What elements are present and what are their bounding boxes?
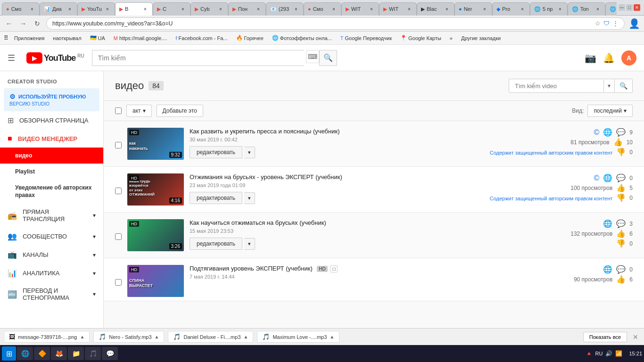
edit-button-2[interactable]: редактировать: [190, 192, 242, 204]
video-search-button[interactable]: 🔍: [614, 79, 632, 92]
video-2-checkbox[interactable]: [115, 188, 122, 194]
bookmark-naootkryval[interactable]: наоткрывал: [50, 34, 84, 42]
tab-16[interactable]: 🌐Под×: [605, 2, 617, 16]
tab-8[interactable]: 📧(293×: [266, 2, 304, 16]
tab-11[interactable]: ▶WIT×: [379, 2, 417, 16]
download-arrow-2[interactable]: ▲: [155, 334, 159, 339]
tab-10[interactable]: ▶WIT×: [341, 2, 379, 16]
tab-14[interactable]: ◆Pro×: [492, 2, 530, 16]
avatar-header-icon[interactable]: 👤: [628, 18, 640, 29]
close-button[interactable]: ✕: [634, 4, 640, 11]
bookmark-ua[interactable]: 🇺🇦 UA: [87, 34, 108, 42]
tab-2[interactable]: 📊Диа×: [40, 2, 77, 16]
show-all-button[interactable]: Показать все: [583, 332, 627, 342]
sidebar-item-playlist[interactable]: Playlist: [0, 164, 103, 180]
video-duration: 3:26: [169, 243, 182, 249]
edit-button-3[interactable]: редактировать: [190, 238, 242, 250]
video-count-badge: 84: [149, 81, 164, 90]
tab-ton[interactable]: 🌐Ton×: [568, 2, 605, 16]
bookmark-gmail[interactable]: M https://mail.google....: [111, 34, 170, 42]
search-button[interactable]: 🔍: [319, 50, 337, 66]
sidebar-item-channels[interactable]: 📺 КАНАЛЫ ▾: [0, 246, 103, 264]
minimize-button[interactable]: —: [619, 4, 625, 11]
video-1-thumbnail[interactable]: какнакачать HD 9:32: [127, 128, 184, 160]
sidebar-item-video-manager[interactable]: ■ ВИДЕО МЕНЕДЖЕР: [0, 130, 103, 148]
video-2-thumbnail[interactable]: ваша грудьвзорвётсяот этихОТЖИМАНИЙ HD 4…: [127, 173, 184, 206]
refresh-button[interactable]: ↻: [32, 18, 42, 29]
bookmark-photo[interactable]: 🌐 Фотоэффекты онла...: [269, 34, 335, 42]
bookmark-other[interactable]: Другие закладки: [458, 34, 504, 42]
sidebar-item-community[interactable]: 👥 СООБЩЕСТВО ▾: [0, 227, 103, 246]
edit-dropdown-3[interactable]: ▾: [244, 238, 255, 250]
tab-15[interactable]: 🌐5 пр×: [530, 2, 568, 16]
user-avatar[interactable]: А: [621, 50, 636, 66]
download-item-1[interactable]: 🖼 message-7389718-....png ▲: [4, 331, 90, 343]
sidebar-item-copyright[interactable]: Уведомление об авторских правах: [0, 180, 103, 204]
add-button[interactable]: Добавьте это: [157, 105, 203, 117]
video-3-checkbox[interactable]: [115, 233, 122, 240]
sidebar-item-analytics[interactable]: 📊 АНАЛИТИКА ▾: [0, 264, 103, 282]
youtube-logo[interactable]: ▶ YouTube RU: [26, 52, 84, 64]
tab-1[interactable]: ●Смо×: [2, 2, 40, 16]
tab-7[interactable]: ▶Пон×: [228, 2, 266, 16]
video-search-input[interactable]: [509, 80, 603, 92]
sidebar-item-overview[interactable]: ⊞ ОБЗОРНАЯ СТРАНИЦА: [0, 111, 103, 130]
copyright-warning[interactable]: Содержит защищенный авторским правом кон…: [490, 196, 613, 201]
notifications-icon[interactable]: 🔔: [603, 52, 615, 64]
tab-9[interactable]: ●Смо×: [304, 2, 341, 16]
bookmark-star-icon[interactable]: ☆: [595, 20, 601, 27]
view-select[interactable]: последний ▾: [587, 105, 633, 117]
back-button[interactable]: ←: [4, 18, 14, 29]
video-1-info: Как развить и укрепить пресса и поясницы…: [190, 128, 484, 158]
video-1-checkbox[interactable]: [115, 142, 122, 148]
forward-button[interactable]: →: [18, 18, 28, 29]
tab-active[interactable]: ▶В×: [115, 2, 153, 16]
select-all-checkbox[interactable]: [115, 107, 122, 114]
maximize-button[interactable]: □: [626, 4, 633, 11]
edit-dropdown-1[interactable]: ▾: [244, 147, 255, 158]
edit-button-1[interactable]: редактировать: [190, 146, 242, 158]
copyright-warning[interactable]: Содержит защищенный авторским правом кон…: [490, 150, 613, 156]
edit-dropdown-2[interactable]: ▾: [244, 192, 255, 204]
hamburger-menu-icon[interactable]: ☰: [8, 53, 15, 63]
download-arrow-3[interactable]: ▲: [244, 334, 248, 339]
download-arrow-1[interactable]: ▲: [80, 334, 84, 339]
video-1-title[interactable]: Как развить и укрепить пресса и поясницы…: [190, 128, 484, 135]
download-bar-close-button[interactable]: ✕: [631, 333, 640, 341]
copyright-label: Уведомление об авторских правах: [15, 184, 96, 199]
tab-13[interactable]: ●Ner×: [454, 2, 492, 16]
sidebar-item-livestream[interactable]: 📻 ПРЯМАЯ ТРАНСЛЯЦИЯ ▾: [0, 204, 103, 227]
bookmark-more[interactable]: »: [447, 34, 455, 42]
bookmark-facebook[interactable]: f Facebook.com - Fa...: [173, 34, 231, 42]
bookmark-goryachee[interactable]: 🔥 Горячее: [233, 34, 266, 42]
tab-6[interactable]: ▶Cyb×: [190, 2, 228, 16]
search-input[interactable]: [92, 50, 304, 66]
video-2-title[interactable]: Отжимания на брусьях - уровень ЭКСПЕРТ (…: [190, 173, 484, 181]
bookmark-translate[interactable]: T Google Переводчик: [338, 34, 395, 42]
video-4-checkbox[interactable]: [115, 279, 122, 286]
tab-12[interactable]: ▶Blac×: [417, 2, 454, 16]
video-4-thumbnail[interactable]: СПИНАВЫРАСТЕТ HD: [127, 265, 184, 297]
sidebar-item-videos[interactable]: видео: [0, 148, 103, 164]
video-3-title[interactable]: Как научиться отжиматься на брусьях (уче…: [190, 219, 533, 226]
filter-button[interactable]: акт ▾: [126, 105, 152, 117]
video-4-stats: 🌐 💬 0 90 просмотров 👍 6: [538, 265, 633, 284]
bookmark-apps[interactable]: Приложения: [11, 34, 47, 42]
bookmark-maps[interactable]: 📍 Google Карты: [397, 34, 444, 42]
download-item-2[interactable]: 🎵 Nero - Satisfy.mp3 ▲: [93, 331, 164, 343]
studio-banner[interactable]: ⚙ ИСПОЛЬЗУЙТЕ ПРОБНУЮ ВЕРСИЮ STUDIO: [4, 88, 99, 111]
download-item-3[interactable]: 🎵 Daniel Deluxe - Fi....mp3 ▲: [168, 331, 253, 343]
hd-badge: HD: [129, 130, 139, 135]
download-item-4[interactable]: 🎵 Maximum Love -....mp3 ▲: [257, 331, 339, 343]
tab-5[interactable]: ▶С×: [153, 2, 190, 16]
upload-icon[interactable]: 📷: [585, 52, 596, 64]
download-arrow-4[interactable]: ▲: [330, 334, 334, 339]
sidebar-item-translation[interactable]: 🔤 ПЕРЕВОД И СТЕНОГРАММА ▾: [0, 282, 103, 306]
menu-icon[interactable]: ⋮: [612, 20, 619, 27]
address-box[interactable]: https://www.youtube.com/my_videos?ar=3&o…: [46, 17, 625, 30]
video-3-thumbnail[interactable]: HD 3:26: [127, 219, 184, 251]
tab-3[interactable]: ▶YouTu×: [77, 2, 115, 16]
keyboard-icon[interactable]: ⌨: [306, 50, 319, 63]
video-search-dropdown[interactable]: ▾: [603, 80, 614, 92]
video-4-title[interactable]: Подтягивания уровень ЭКСПЕРТ (учебник) H…: [190, 265, 533, 272]
